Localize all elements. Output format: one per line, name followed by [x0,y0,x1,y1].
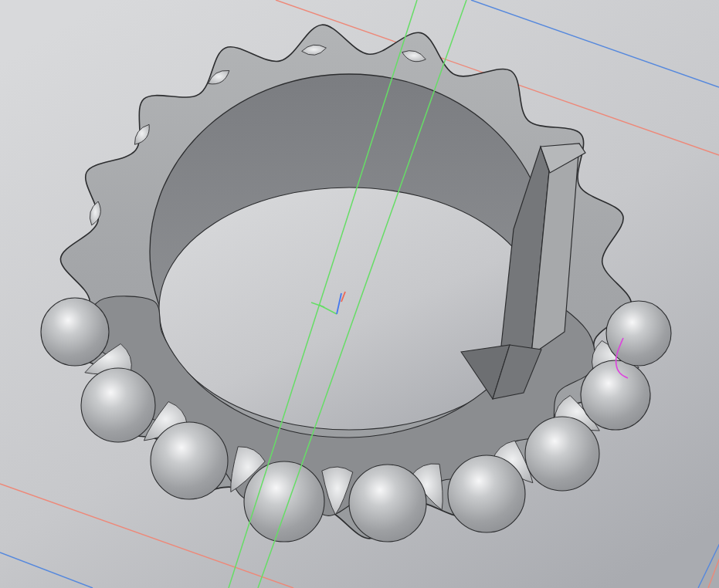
bearing-ball [581,360,650,430]
bearing-ball [448,455,525,532]
bearing-ball [81,368,155,442]
model-scene[interactable] [0,0,719,588]
bearing-ball [349,465,426,542]
bearing-ball [41,298,109,366]
bearing-ball [525,417,599,491]
bearing-ball [151,422,228,499]
cad-viewport[interactable] [0,0,719,588]
